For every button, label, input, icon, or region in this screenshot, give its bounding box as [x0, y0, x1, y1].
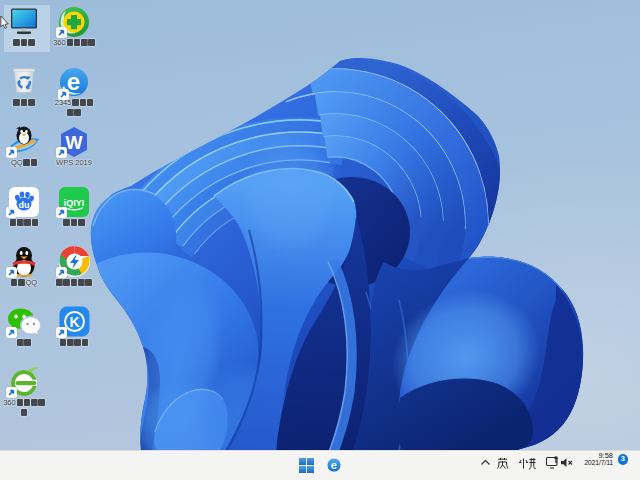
svg-text:W: W — [66, 133, 83, 153]
svg-text:du: du — [19, 199, 30, 209]
svg-text:K: K — [69, 314, 79, 330]
svg-text:e: e — [331, 459, 337, 471]
svg-text:iQIYI: iQIYI — [64, 197, 85, 207]
